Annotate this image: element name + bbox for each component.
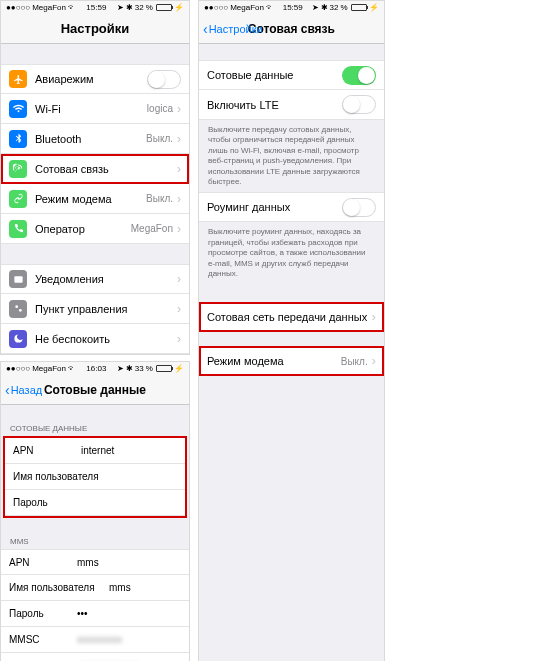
bluetooth-icon <box>9 130 27 148</box>
field-mms-password[interactable]: Пароль••• <box>1 601 189 627</box>
section-header: СОТОВЫЕ ДАННЫЕ <box>1 419 189 436</box>
row-dnd[interactable]: Не беспокоить› <box>1 324 189 354</box>
screen-cellular: ●●○○○MegaFonᯤ 15:59 ➤✱32 %⚡ ‹Настройки С… <box>198 0 385 661</box>
svg-point-2 <box>18 309 21 312</box>
screen-cellular-data: ●●○○○MegaFonᯤ 16:03 ➤✱33 %⚡ ‹Назад Сотов… <box>0 361 190 661</box>
field-mms-apn[interactable]: APNmms <box>1 549 189 575</box>
row-hotspot[interactable]: Режим модемаВыкл.› <box>199 346 384 376</box>
link-icon <box>9 190 27 208</box>
chevron-left-icon: ‹ <box>5 383 10 397</box>
row-wifi[interactable]: Wi-Filogica› <box>1 94 189 124</box>
svg-point-1 <box>15 305 18 308</box>
cellular-data-group: APNinternet Имя пользователя Пароль <box>3 436 187 518</box>
nav-bar: Настройки <box>1 14 189 44</box>
field-username[interactable]: Имя пользователя <box>5 464 185 490</box>
row-airplane[interactable]: Авиарежим <box>1 64 189 94</box>
row-cellular-data[interactable]: Сотовые данные <box>199 60 384 90</box>
moon-icon <box>9 330 27 348</box>
row-notifications[interactable]: Уведомления› <box>1 264 189 294</box>
svg-rect-0 <box>14 276 22 282</box>
wifi-icon: ᯤ <box>68 3 76 12</box>
chevron-right-icon: › <box>177 102 181 116</box>
notification-icon <box>9 270 27 288</box>
screen-settings: ●●○○○MegaFonᯤ 15:59 ➤✱32 %⚡ Настройки Ав… <box>0 0 190 355</box>
section-header: MMS <box>1 532 189 549</box>
row-roaming[interactable]: Роуминг данных <box>199 192 384 222</box>
description-text: Выключите роуминг данных, находясь за гр… <box>199 222 384 284</box>
nav-bar: ‹Настройки Сотовая связь <box>199 14 384 44</box>
field-password[interactable]: Пароль <box>5 490 185 516</box>
field-apn[interactable]: APNinternet <box>5 438 185 464</box>
page-title: Настройки <box>61 21 130 36</box>
field-mms-proxy[interactable]: MMS-проксиxx xx xx xxxx <box>1 653 189 661</box>
row-control-center[interactable]: Пункт управления› <box>1 294 189 324</box>
status-bar: ●●○○○MegaFonᯤ 15:59 ➤✱32 %⚡ <box>199 1 384 14</box>
field-mms-username[interactable]: Имя пользователяmms <box>1 575 189 601</box>
antenna-icon <box>9 160 27 178</box>
cellular-data-toggle[interactable] <box>342 66 376 85</box>
lte-toggle[interactable] <box>342 95 376 114</box>
back-button[interactable]: ‹Назад <box>5 383 42 397</box>
phone-icon <box>9 220 27 238</box>
empty-panel <box>393 0 547 661</box>
nav-bar: ‹Назад Сотовые данные <box>1 375 189 405</box>
row-lte[interactable]: Включить LTE <box>199 90 384 120</box>
back-button[interactable]: ‹Настройки <box>203 22 263 36</box>
description-text: Выключите передачу сотовых данных, чтобы… <box>199 120 384 192</box>
status-bar: ●●○○○MegaFonᯤ 15:59 ➤✱32 %⚡ <box>1 1 189 14</box>
row-cellular[interactable]: Сотовая связь› <box>1 154 189 184</box>
row-bluetooth[interactable]: BluetoothВыкл.› <box>1 124 189 154</box>
field-mmsc[interactable]: MMSCxxxxxxxxx <box>1 627 189 653</box>
airplane-toggle[interactable] <box>147 70 181 89</box>
roaming-toggle[interactable] <box>342 198 376 217</box>
wifi-icon <box>9 100 27 118</box>
page-title: Сотовые данные <box>44 383 146 397</box>
row-carrier[interactable]: ОператорMegaFon› <box>1 214 189 244</box>
status-bar: ●●○○○MegaFonᯤ 16:03 ➤✱33 %⚡ <box>1 362 189 375</box>
row-cellular-network[interactable]: Сотовая сеть передачи данных› <box>199 302 384 332</box>
row-hotspot[interactable]: Режим модемаВыкл.› <box>1 184 189 214</box>
control-center-icon <box>9 300 27 318</box>
status-time: 15:59 <box>86 3 106 12</box>
plane-icon <box>9 70 27 88</box>
